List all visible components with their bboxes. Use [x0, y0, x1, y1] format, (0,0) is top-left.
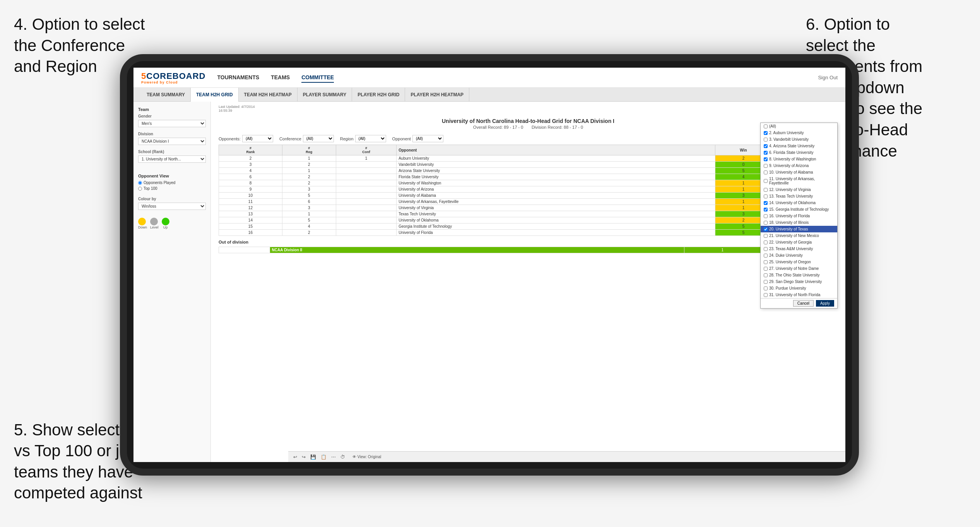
- dropdown-item[interactable]: 30. Purdue University: [761, 285, 837, 292]
- table-row: 6 2 Florida State University 4 2: [219, 174, 838, 180]
- dropdown-item[interactable]: 15. Georgia Institute of Technology: [761, 206, 837, 213]
- more-btn[interactable]: ⋯: [330, 454, 337, 460]
- sidebar-gender-label: Gender: [138, 114, 206, 118]
- filters-row: Opponents: (All) Conference (All) Region: [211, 133, 845, 145]
- opponent-view-label: Opponent View: [138, 174, 206, 178]
- dropdown-item[interactable]: 3. Vanderbilt University: [761, 136, 837, 143]
- dropdown-item[interactable]: 31. University of North Florida: [761, 292, 837, 298]
- nav-committee[interactable]: COMMITTEE: [301, 73, 334, 83]
- sidebar-school-label: School (Rank): [138, 150, 206, 154]
- sidebar-division-select[interactable]: NCAA Division I: [138, 138, 206, 145]
- dropdown-item[interactable]: 22. University of Georgia: [761, 239, 837, 246]
- conference-filter: Conference (All): [279, 135, 334, 142]
- tab-team-summary[interactable]: TEAM SUMMARY: [141, 88, 191, 102]
- logo: 5COREBOARD Powered by Cloud: [141, 71, 205, 84]
- undo-btn[interactable]: ↩: [292, 454, 298, 460]
- legend-up-circle: [162, 218, 169, 225]
- tab-team-h2h-grid[interactable]: TEAM H2H GRID: [191, 88, 239, 102]
- dropdown-item[interactable]: 14. University of Oklahoma: [761, 200, 837, 206]
- col-opponent: Opponent: [397, 145, 715, 155]
- dropdown-item[interactable]: 23. Texas A&M University: [761, 246, 837, 252]
- overall-record: Overall Record: 89 - 17 - 0: [473, 125, 523, 130]
- dropdown-item[interactable]: 27. University of Notre Dame: [761, 265, 837, 272]
- table-row: 9 3 University of Arizona 1 0: [219, 186, 838, 193]
- sidebar-school-select[interactable]: 1. University of North...: [138, 155, 206, 163]
- dropdown-item[interactable]: 12. University of Virginia: [761, 186, 837, 193]
- dropdown-item[interactable]: 11. University of Arkansas, Fayetteville: [761, 176, 837, 186]
- division-record: Division Record: 88 - 17 - 0: [532, 125, 583, 130]
- region-select[interactable]: (All): [355, 135, 386, 142]
- tab-player-summary[interactable]: PLAYER SUMMARY: [298, 88, 352, 102]
- conference-label: Conference: [279, 136, 301, 141]
- view-label: 👁 View: Original: [352, 455, 381, 459]
- grid-title: University of North Carolina Head-to-Hea…: [219, 118, 838, 124]
- dropdown-item[interactable]: 28. The Ohio State University: [761, 272, 837, 278]
- conference-select[interactable]: (All): [303, 135, 334, 142]
- opponent-filter: Opponent (All): [392, 135, 443, 142]
- dropdown-item[interactable]: 8. University of Washington: [761, 156, 837, 162]
- dropdown-item[interactable]: 25. University of Oregon: [761, 259, 837, 265]
- copy-btn[interactable]: 📋: [320, 454, 328, 460]
- opponent-dropdown[interactable]: (All)2. Auburn University3. Vanderbilt U…: [760, 123, 838, 309]
- dropdown-item[interactable]: 24. Duke University: [761, 252, 837, 259]
- top100-radio[interactable]: Top 100: [138, 186, 206, 191]
- dropdown-cancel-btn[interactable]: Cancel: [793, 300, 814, 307]
- timer-btn[interactable]: ⏱: [339, 454, 346, 460]
- dropdown-item[interactable]: 29. San Diego State University: [761, 278, 837, 285]
- sidebar-gender-select[interactable]: Men's: [138, 120, 206, 127]
- legend-down-circle: [138, 218, 146, 225]
- data-table: # Rank # Reg # Conf Opponent Win Loss 2 …: [219, 145, 838, 236]
- table-row: 13 1 Texas Tech University 3 0: [219, 211, 838, 217]
- table-row: 8 2 University of Washington 1 0: [219, 180, 838, 186]
- dropdown-item[interactable]: 20. University of Texas: [761, 226, 837, 232]
- grid-header: University of North Carolina Head-to-Hea…: [219, 114, 838, 131]
- tab-player-h2h-grid[interactable]: PLAYER H2H GRID: [352, 88, 405, 102]
- table-row: 11 6 University of Arkansas, Fayettevill…: [219, 199, 838, 205]
- legend-down-label: Down: [138, 225, 147, 229]
- dropdown-item[interactable]: 2. Auburn University: [761, 130, 837, 136]
- nav-links: TOURNAMENTS TEAMS COMMITTEE: [217, 73, 818, 83]
- save-btn[interactable]: 💾: [309, 454, 317, 460]
- table-row: 15 4 Georgia Institute of Technology 5 0: [219, 223, 838, 230]
- table-row: 10 5 University of Alabama 3 0: [219, 193, 838, 199]
- opponents-select[interactable]: (All): [242, 135, 273, 142]
- main-content: Team Gender Men's Division NCAA Division…: [133, 102, 845, 462]
- legend-level-label: Level: [150, 225, 159, 229]
- dropdown-item[interactable]: 10. University of Alabama: [761, 169, 837, 176]
- colour-by-select[interactable]: Win/loss: [138, 203, 206, 210]
- nav-tournaments[interactable]: TOURNAMENTS: [217, 73, 259, 83]
- dropdown-item[interactable]: 16. University of Florida: [761, 213, 837, 219]
- sub-nav: TEAM SUMMARY TEAM H2H GRID TEAM H2H HEAT…: [133, 88, 845, 102]
- opponents-played-radio[interactable]: Opponents Played: [138, 181, 206, 185]
- bottom-toolbar: ↩ ↪ 💾 📋 ⋯ ⏱ 👁 View: Original: [288, 451, 845, 462]
- colour-by-label: Colour by: [138, 197, 206, 201]
- tablet: 5COREBOARD Powered by Cloud TOURNAMENTS …: [120, 54, 859, 476]
- dropdown-item[interactable]: 21. University of New Mexico: [761, 232, 837, 239]
- col-reg: # Reg: [282, 145, 336, 155]
- table-row: 14 5 University of Oklahoma 2 2: [219, 217, 838, 223]
- redo-btn[interactable]: ↪: [301, 454, 307, 460]
- dropdown-item[interactable]: 18. University of Illinois: [761, 219, 837, 226]
- sign-out-link[interactable]: Sign Out: [818, 75, 838, 80]
- out-of-division-row: NCAA Division II 1 0: [219, 247, 838, 253]
- legend: Down Level Up: [138, 218, 206, 229]
- dropdown-item[interactable]: 13. Texas Tech University: [761, 193, 837, 200]
- table-row: 16 2 University of Florida 5 1: [219, 230, 838, 236]
- out-of-division-label: Out of division: [211, 237, 845, 247]
- tab-player-h2h-heatmap[interactable]: PLAYER H2H HEATMAP: [405, 88, 469, 102]
- legend-up-label: Up: [162, 225, 169, 229]
- legend-level-circle: [150, 218, 158, 225]
- nav-teams[interactable]: TEAMS: [271, 73, 290, 83]
- tab-team-h2h-heatmap[interactable]: TEAM H2H HEATMAP: [239, 88, 298, 102]
- out-of-division-table: NCAA Division II 1 0: [219, 247, 838, 253]
- opponent-select[interactable]: (All): [412, 135, 443, 142]
- col-rank: # Rank: [219, 145, 282, 155]
- opponents-label: Opponents:: [219, 136, 241, 141]
- dropdown-item[interactable]: (All): [761, 123, 837, 130]
- logo-subtitle: Powered by Cloud: [141, 80, 205, 84]
- dropdown-item[interactable]: 4. Arizona State University: [761, 143, 837, 149]
- dropdown-item[interactable]: 9. University of Arizona: [761, 162, 837, 169]
- dropdown-apply-btn[interactable]: Apply: [816, 300, 834, 307]
- sidebar-team-label: Team: [138, 107, 206, 112]
- dropdown-item[interactable]: 6. Florida State University: [761, 149, 837, 156]
